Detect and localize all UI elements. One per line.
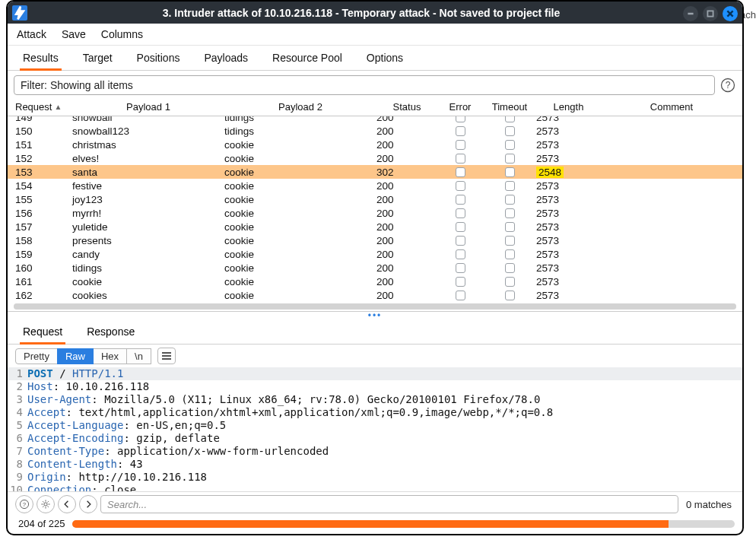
table-row[interactable]: 160tidingscookie2002573	[8, 261, 742, 275]
error-checkbox[interactable]	[456, 126, 465, 136]
view-newline-button[interactable]: \n	[126, 348, 151, 364]
editor-toolbar: Pretty Raw Hex \n	[8, 345, 742, 366]
timeout-checkbox[interactable]	[505, 236, 515, 246]
view-raw-button[interactable]: Raw	[57, 348, 94, 364]
subtab-response[interactable]: Response	[85, 321, 136, 344]
detail-subtabs: Request Response	[8, 319, 742, 345]
table-row[interactable]: 150snowball123tidings2002573	[8, 124, 742, 138]
subtab-request[interactable]: Request	[21, 321, 64, 344]
timeout-checkbox[interactable]	[505, 263, 515, 273]
editor-line: 7Content-Type: application/x-www-form-ur…	[8, 445, 742, 458]
window-close-button[interactable]	[723, 6, 738, 21]
tab-positions[interactable]: Positions	[135, 47, 182, 70]
search-help-icon[interactable]: ?	[15, 495, 33, 513]
view-pretty-button[interactable]: Pretty	[15, 348, 58, 364]
table-row[interactable]: 149snowballtidings2002573	[8, 116, 742, 124]
tab-options[interactable]: Options	[365, 47, 405, 70]
window-maximize-button[interactable]	[703, 6, 718, 21]
editor-searchbar: ? Search... 0 matches	[8, 491, 742, 516]
col-status[interactable]: Status	[376, 101, 437, 113]
tab-target[interactable]: Target	[81, 47, 114, 70]
error-checkbox[interactable]	[456, 291, 465, 300]
col-payload2[interactable]: Payload 2	[224, 101, 376, 113]
timeout-checkbox[interactable]	[505, 140, 515, 150]
menu-attack[interactable]: Attack	[17, 28, 46, 40]
tab-payloads[interactable]: Payloads	[202, 47, 249, 70]
editor-line: 1POST / HTTP/1.1	[8, 367, 742, 380]
tab-resource-pool[interactable]: Resource Pool	[271, 47, 344, 70]
timeout-checkbox[interactable]	[505, 195, 515, 205]
table-row[interactable]: 162cookiescookie2002573	[8, 288, 742, 302]
table-row[interactable]: 153santacookie3022548	[8, 165, 742, 179]
timeout-checkbox[interactable]	[505, 154, 515, 164]
error-checkbox[interactable]	[456, 249, 465, 259]
col-request: Request▲	[15, 101, 72, 113]
view-hex-button[interactable]: Hex	[93, 348, 127, 364]
col-length[interactable]: Length	[536, 101, 601, 113]
col-error[interactable]: Error	[437, 101, 483, 113]
menu-columns[interactable]: Columns	[101, 28, 143, 40]
col-timeout[interactable]: Timeout	[483, 101, 536, 113]
hamburger-icon[interactable]	[157, 348, 176, 364]
timeout-checkbox[interactable]	[505, 277, 515, 287]
error-checkbox[interactable]	[456, 140, 465, 150]
table-row[interactable]: 159candycookie2002573	[8, 247, 742, 261]
svg-rect-1	[707, 11, 713, 16]
error-checkbox[interactable]	[456, 167, 465, 177]
sort-asc-icon: ▲	[54, 103, 62, 111]
search-input[interactable]: Search...	[100, 495, 678, 513]
table-row[interactable]: 155joy123cookie2002573	[8, 192, 742, 206]
error-checkbox[interactable]	[456, 208, 465, 218]
timeout-checkbox[interactable]	[505, 116, 515, 122]
error-checkbox[interactable]	[456, 195, 465, 205]
window-minimize-button[interactable]	[683, 6, 698, 21]
splitter-handle[interactable]: •••	[8, 312, 742, 319]
gear-icon[interactable]	[37, 495, 55, 513]
timeout-checkbox[interactable]	[505, 208, 515, 218]
table-row[interactable]: 161cookiecookie2002573	[8, 275, 742, 288]
filter-box[interactable]: Filter: Showing all items	[14, 75, 715, 95]
window-titlebar[interactable]: 3. Intruder attack of 10.10.216.118 - Te…	[8, 2, 742, 24]
results-table: Request▲ Payload 1 Payload 2 Status Erro…	[8, 98, 742, 312]
svg-text:?: ?	[23, 501, 26, 508]
statusbar: 204 of 225	[8, 516, 742, 534]
table-horizontal-scrollbar[interactable]	[14, 303, 736, 310]
timeout-checkbox[interactable]	[505, 126, 515, 136]
error-checkbox[interactable]	[456, 263, 465, 273]
http-request-editor[interactable]: 1POST / HTTP/1.12Host: 10.10.216.1183Use…	[8, 366, 742, 491]
error-checkbox[interactable]	[456, 181, 465, 191]
error-checkbox[interactable]	[456, 116, 465, 122]
timeout-checkbox[interactable]	[505, 249, 515, 259]
editor-line: 6Accept-Encoding: gzip, deflate	[8, 432, 742, 445]
table-row[interactable]: 154festivecookie2002573	[8, 179, 742, 192]
table-row[interactable]: 157yuletidecookie2002573	[8, 220, 742, 233]
search-prev-icon[interactable]	[58, 495, 76, 513]
error-checkbox[interactable]	[456, 154, 465, 164]
search-next-icon[interactable]	[79, 495, 97, 513]
col-payload1[interactable]: Payload 1	[72, 101, 224, 113]
col-comment[interactable]: Comment	[601, 101, 742, 113]
svg-text:?: ?	[726, 80, 731, 90]
timeout-checkbox[interactable]	[505, 291, 515, 300]
table-row[interactable]: 156myrrh!cookie2002573	[8, 206, 742, 220]
timeout-checkbox[interactable]	[505, 222, 515, 232]
table-row[interactable]: 152elves!cookie2002573	[8, 151, 742, 165]
editor-line: 10Connection: close	[8, 484, 742, 491]
editor-line: 5Accept-Language: en-US,en;q=0.5	[8, 419, 742, 432]
menubar: Attack Save Columns	[8, 24, 742, 46]
editor-line: 2Host: 10.10.216.118	[8, 380, 742, 393]
error-checkbox[interactable]	[456, 277, 465, 287]
window-title: 3. Intruder attack of 10.10.216.118 - Te…	[33, 7, 742, 19]
table-row[interactable]: 158presentscookie2002573	[8, 233, 742, 247]
filter-help-icon[interactable]: ?	[719, 75, 736, 95]
timeout-checkbox[interactable]	[505, 167, 515, 177]
table-row[interactable]: 151christmascookie2002573	[8, 138, 742, 151]
progress-bar	[72, 520, 735, 528]
menu-save[interactable]: Save	[62, 28, 86, 40]
editor-line: 3User-Agent: Mozilla/5.0 (X11; Linux x86…	[8, 393, 742, 406]
table-header[interactable]: Request▲ Payload 1 Payload 2 Status Erro…	[8, 98, 742, 116]
error-checkbox[interactable]	[456, 222, 465, 232]
tab-results[interactable]: Results	[21, 47, 60, 70]
timeout-checkbox[interactable]	[505, 181, 515, 191]
error-checkbox[interactable]	[456, 236, 465, 246]
